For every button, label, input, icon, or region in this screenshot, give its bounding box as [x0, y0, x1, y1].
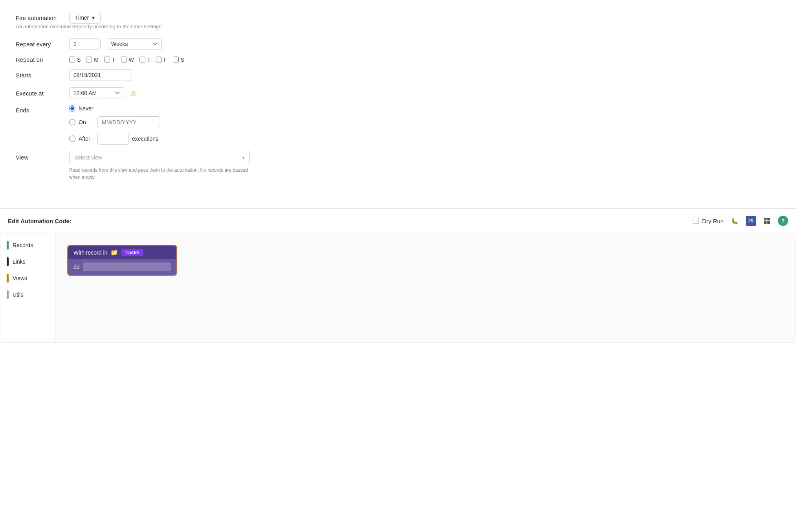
utils-color-bar [7, 290, 9, 299]
bug-icon-button[interactable]: 🐛 [729, 215, 740, 226]
day-wednesday[interactable]: W [121, 57, 134, 63]
timer-dropdown-button[interactable]: Timer ▾ [69, 12, 101, 24]
links-color-bar [7, 257, 9, 266]
day-wednesday-label: W [129, 57, 134, 63]
sidebar-item-utils[interactable]: Utils [0, 286, 55, 303]
sidebar-item-records[interactable]: Records [0, 237, 55, 253]
js-label: JS [748, 218, 753, 223]
day-wednesday-checkbox[interactable] [121, 57, 127, 62]
svg-rect-0 [764, 218, 767, 220]
svg-rect-1 [767, 218, 770, 220]
day-saturday[interactable]: S [173, 57, 184, 63]
day-friday[interactable]: F [156, 57, 167, 63]
ends-after-row[interactable]: After executions [69, 133, 160, 145]
day-thursday[interactable]: T [139, 57, 151, 63]
links-label: Links [13, 259, 26, 265]
help-label: ? [781, 218, 785, 224]
edit-code-header: Edit Automation Code: Dry Run 🐛 JS ? [0, 208, 796, 233]
ends-after-count-input[interactable] [97, 133, 129, 145]
block-do-text: do [73, 264, 80, 270]
views-color-bar [7, 274, 9, 283]
ends-on-label: On [79, 119, 94, 125]
day-monday-checkbox[interactable] [86, 57, 92, 62]
day-sunday-1-checkbox[interactable] [69, 57, 75, 62]
day-saturday-checkbox[interactable] [173, 57, 179, 62]
edit-code-title: Edit Automation Code: [8, 218, 72, 224]
ends-on-date-input[interactable] [97, 116, 160, 128]
day-tuesday-label: T [112, 57, 116, 63]
executions-suffix-label: executions [132, 136, 158, 142]
ends-on-radio[interactable] [69, 119, 75, 125]
dry-run-label: Dry Run [702, 218, 724, 224]
ends-never-label: Never [79, 105, 94, 112]
block-header-text: With record in [73, 249, 107, 256]
utils-label: Utils [13, 292, 23, 298]
repeat-every-label: Repeat every [16, 41, 63, 48]
svg-rect-2 [764, 221, 767, 224]
view-placeholder: Select view [74, 154, 102, 161]
fire-automation-label: Fire automation [16, 15, 63, 21]
code-sidebar: Records Links Views Utils [0, 233, 55, 342]
edit-code-actions: Dry Run 🐛 JS ? [693, 215, 788, 226]
ends-never-radio[interactable] [69, 105, 75, 112]
dry-run-wrap: Dry Run [693, 218, 724, 224]
block-inner-slot [83, 262, 171, 271]
day-thursday-checkbox[interactable] [139, 57, 145, 62]
ends-on-row[interactable]: On [69, 116, 160, 128]
block-folder-icon: 📁 [110, 249, 118, 256]
views-label: Views [13, 275, 27, 281]
ends-label: Ends [16, 105, 63, 114]
day-sunday-1[interactable]: S [69, 57, 81, 63]
day-tuesday-checkbox[interactable] [104, 57, 110, 62]
ends-after-label: After [79, 136, 94, 142]
view-select-button[interactable]: Select view ▾ [69, 151, 250, 164]
ends-options: Never On After executions [69, 105, 160, 145]
code-canvas: With record in 📁 Tasks do [55, 233, 796, 342]
day-friday-checkbox[interactable] [156, 57, 162, 62]
day-sunday-1-label: S [77, 57, 81, 63]
day-saturday-label: S [181, 57, 184, 63]
ends-after-radio[interactable] [69, 136, 75, 142]
repeat-unit-select[interactable]: Days Weeks Months [107, 38, 162, 50]
grid-icon-button[interactable] [761, 215, 772, 226]
timer-chevron-icon: ▾ [92, 15, 95, 21]
repeat-on-label: Repeat on [16, 56, 63, 63]
sidebar-item-links[interactable]: Links [0, 253, 55, 270]
view-chevron-icon: ▾ [242, 154, 245, 161]
day-tuesday[interactable]: T [104, 57, 116, 63]
dry-run-checkbox[interactable] [693, 218, 699, 224]
day-friday-label: F [164, 57, 167, 63]
starts-date-input[interactable] [69, 69, 132, 81]
fire-automation-subtitle: An automation executed regularly accordi… [16, 24, 338, 29]
code-block[interactable]: With record in 📁 Tasks do [67, 245, 177, 276]
days-of-week: S M T W T F S [69, 57, 184, 63]
day-monday[interactable]: M [86, 57, 99, 63]
records-color-bar [7, 241, 9, 249]
block-header: With record in 📁 Tasks [68, 246, 176, 259]
view-hint: Read records from this view and pass the… [69, 167, 250, 181]
ends-never-row[interactable]: Never [69, 105, 160, 112]
execute-at-select[interactable]: 12:00 AM 1:00 AM 2:00 AM [69, 87, 124, 99]
block-body: do [68, 259, 176, 275]
day-thursday-label: T [147, 57, 151, 63]
warning-icon: ⚠ [130, 89, 137, 97]
records-label: Records [13, 242, 33, 248]
code-editor-area: Records Links Views Utils With record in… [0, 233, 796, 343]
sidebar-item-views[interactable]: Views [0, 270, 55, 286]
starts-label: Starts [16, 72, 63, 79]
help-icon-button[interactable]: ? [778, 216, 788, 226]
block-tasks-badge: Tasks [121, 249, 143, 256]
repeat-every-input[interactable] [69, 38, 101, 50]
timer-label: Timer [75, 15, 89, 21]
day-monday-label: M [94, 57, 99, 63]
execute-at-label: Execute at [16, 90, 63, 97]
svg-rect-3 [767, 221, 770, 224]
view-label: View [16, 151, 63, 161]
js-icon-button[interactable]: JS [746, 216, 756, 226]
